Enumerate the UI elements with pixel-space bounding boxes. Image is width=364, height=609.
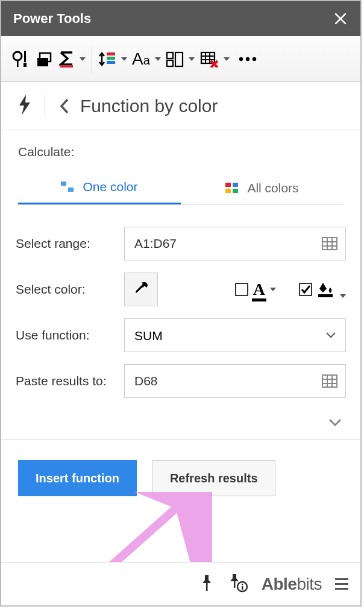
svg-rect-27 <box>322 238 337 250</box>
chevron-down-icon <box>189 57 195 61</box>
calculate-label: Calculate: <box>18 145 344 159</box>
chevron-down-icon <box>80 57 86 61</box>
toolbar: Aa <box>1 36 360 82</box>
font-color-checkbox[interactable] <box>235 283 248 296</box>
range-picker-icon[interactable] <box>322 237 337 250</box>
insert-function-button[interactable]: Insert function <box>18 460 137 496</box>
select-color-label: Select color: <box>16 282 124 297</box>
svg-rect-10 <box>167 52 173 58</box>
svg-rect-23 <box>225 183 231 187</box>
svg-rect-26 <box>233 189 238 193</box>
chevron-down-icon <box>155 57 161 61</box>
menu-icon[interactable] <box>335 578 348 590</box>
lightning-icon[interactable] <box>18 95 31 118</box>
svg-rect-32 <box>318 294 333 297</box>
tab-one-color[interactable]: One color <box>18 171 181 204</box>
svg-rect-33 <box>322 375 337 387</box>
more-tools-icon[interactable] <box>234 47 257 71</box>
select-range-input[interactable] <box>124 227 346 260</box>
sigma-tool-icon[interactable] <box>59 47 86 71</box>
svg-rect-25 <box>225 189 231 193</box>
tab-all-colors-label: All colors <box>247 181 298 195</box>
svg-point-19 <box>246 57 249 60</box>
refresh-results-button[interactable]: Refresh results <box>152 460 275 496</box>
svg-rect-7 <box>107 52 115 55</box>
tab-all-colors[interactable]: All colors <box>181 171 344 204</box>
split-merge-tool-icon[interactable] <box>166 47 195 71</box>
chevron-down-icon <box>270 288 276 291</box>
svg-rect-21 <box>61 181 66 186</box>
chevron-down-icon <box>340 294 346 298</box>
pin-icon[interactable] <box>199 574 215 595</box>
svg-rect-42 <box>242 584 243 585</box>
sort-color-tool-icon[interactable] <box>98 47 127 71</box>
svg-rect-39 <box>206 583 208 591</box>
svg-rect-5 <box>37 58 48 66</box>
svg-point-20 <box>253 57 256 60</box>
chevron-down-icon <box>224 57 230 61</box>
svg-rect-8 <box>107 57 115 60</box>
expand-options-icon[interactable] <box>328 417 342 429</box>
text-case-tool-icon[interactable]: Aa <box>132 47 161 71</box>
find-tool-icon[interactable] <box>11 47 30 71</box>
svg-rect-43 <box>242 586 243 590</box>
svg-rect-3 <box>24 63 27 67</box>
svg-rect-11 <box>167 60 173 66</box>
use-function-select[interactable]: SUM <box>124 318 346 352</box>
svg-rect-22 <box>68 188 74 192</box>
window-title: Power Tools <box>13 11 91 27</box>
info-pin-icon[interactable] <box>228 573 248 595</box>
fill-color-picker[interactable] <box>317 281 346 298</box>
paste-results-label: Paste results to: <box>16 374 124 388</box>
eyedropper-button[interactable] <box>124 273 158 306</box>
use-function-label: Use function: <box>16 328 124 342</box>
font-color-picker[interactable]: A <box>253 280 276 299</box>
svg-point-18 <box>239 57 243 60</box>
select-range-label: Select range: <box>16 236 124 251</box>
svg-rect-9 <box>107 61 115 64</box>
range-picker-icon[interactable] <box>322 374 337 388</box>
back-button[interactable] <box>58 98 71 115</box>
paste-results-input[interactable] <box>124 364 346 398</box>
svg-rect-6 <box>60 65 73 68</box>
svg-rect-2 <box>24 51 26 62</box>
sheets-tool-icon[interactable] <box>35 47 54 71</box>
svg-rect-24 <box>233 183 238 187</box>
svg-rect-1 <box>17 60 19 67</box>
svg-rect-12 <box>175 52 183 66</box>
close-icon[interactable] <box>333 11 348 27</box>
remove-tool-icon[interactable] <box>199 47 230 71</box>
svg-rect-40 <box>234 581 236 588</box>
chevron-down-icon <box>121 57 127 61</box>
fill-color-checkbox[interactable] <box>299 283 312 296</box>
tab-one-color-label: One color <box>83 180 137 194</box>
svg-point-0 <box>13 52 22 60</box>
brand-logo[interactable]: Ablebits <box>262 575 322 594</box>
page-title: Function by color <box>80 96 218 116</box>
